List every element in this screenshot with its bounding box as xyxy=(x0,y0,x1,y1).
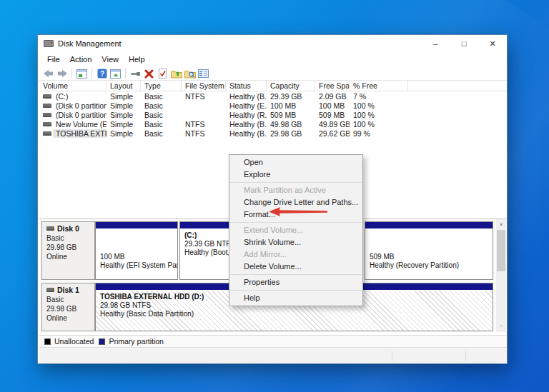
cell-layout: Simple xyxy=(107,120,141,129)
cell-free: 49.89 GB xyxy=(315,120,350,129)
help-icon[interactable]: ? xyxy=(96,68,108,79)
menu-item-explore[interactable]: Explore xyxy=(229,169,362,181)
forward-icon[interactable] xyxy=(56,68,68,79)
menu-help[interactable]: Help xyxy=(124,54,150,65)
pointer-tool-icon[interactable] xyxy=(129,68,142,79)
minimize-button[interactable]: – xyxy=(421,35,450,52)
cell-type: Basic xyxy=(141,129,182,138)
disk-size: 29.98 GB xyxy=(46,305,94,313)
menu-item-help[interactable]: Help xyxy=(229,292,362,304)
cell-layout: Simple xyxy=(107,111,141,119)
folder-search-icon[interactable] xyxy=(184,68,196,79)
table-row[interactable]: TOSHIBA EXTERN... Simple Basic NTFS Heal… xyxy=(39,129,507,138)
statusbar-divider xyxy=(392,351,392,361)
disk-icon xyxy=(46,288,54,292)
menu-bar: File Action View Help xyxy=(38,52,507,66)
delete-icon[interactable] xyxy=(143,68,155,79)
menu-item-delete-volume[interactable]: Delete Volume... xyxy=(229,261,362,273)
cell-pct: 100 % xyxy=(350,101,408,110)
disk-name: Disk 1 xyxy=(57,286,79,294)
cell-free: 29.62 GB xyxy=(315,129,350,138)
menu-item-properties[interactable]: Properties xyxy=(229,276,362,288)
volume-icon xyxy=(43,104,51,108)
cell-pct: 100 % xyxy=(350,120,408,129)
cell-pct: 7 % xyxy=(350,92,408,101)
cell-status: Healthy (B... xyxy=(226,120,267,129)
disk0-partition-recovery[interactable]: 509 MB Healthy (Recovery Partition) xyxy=(365,221,493,280)
partition-status: Healthy (Basic Data Partition) xyxy=(100,310,493,318)
vertical-scrollbar[interactable]: ˅ ˇ xyxy=(496,219,506,332)
disk0-label[interactable]: Disk 0 Basic 29.98 GB Online xyxy=(41,221,95,280)
disk-icon xyxy=(46,226,54,231)
volume-name: (Disk 0 partition 1) xyxy=(54,101,107,110)
details-view-icon[interactable] xyxy=(197,68,209,79)
table-row[interactable]: (Disk 0 partition 4) Simple Basic Health… xyxy=(39,110,507,119)
back-icon[interactable] xyxy=(42,68,54,79)
console-window-icon[interactable] xyxy=(76,68,88,79)
cell-status: Healthy (E... xyxy=(226,101,267,110)
volume-name: (C:) xyxy=(54,92,70,101)
scroll-down-icon[interactable]: ˇ xyxy=(496,322,506,332)
svg-text:?: ? xyxy=(99,70,104,78)
legend-label: Unallocated xyxy=(54,337,94,346)
menu-item-add-mirror: Add Mirror... xyxy=(229,248,362,261)
menu-separator xyxy=(230,222,362,223)
maximize-button[interactable]: □ xyxy=(450,35,478,52)
partition-header-bar xyxy=(96,222,177,229)
cell-fs: NTFS xyxy=(182,129,226,138)
col-status[interactable]: Status xyxy=(226,81,267,91)
toolbar-separator xyxy=(71,69,72,79)
disk-name: Disk 0 xyxy=(57,224,79,233)
disk1-label[interactable]: Disk 1 Basic 29.98 GB Online xyxy=(41,283,95,331)
col-type[interactable]: Type xyxy=(141,81,182,91)
cell-free: 2.09 GB xyxy=(315,92,350,101)
toolbar-separator xyxy=(92,69,92,79)
menu-action[interactable]: Action xyxy=(65,54,97,65)
cell-type: Basic xyxy=(141,120,182,129)
menu-separator xyxy=(230,290,362,291)
cell-capacity: 49.98 GB xyxy=(267,120,315,129)
col-volume[interactable]: Volume xyxy=(39,81,107,91)
volume-name: New Volume (E:) xyxy=(54,120,107,129)
disk-size: 29.98 GB xyxy=(46,243,94,251)
table-row[interactable]: New Volume (E:) Simple Basic NTFS Health… xyxy=(39,119,507,129)
action-pane-icon[interactable] xyxy=(109,68,122,79)
menu-file[interactable]: File xyxy=(42,54,65,65)
folder-up-icon[interactable] xyxy=(170,68,182,79)
volume-icon xyxy=(43,113,51,117)
cell-pct: 100 % xyxy=(350,111,408,119)
col-file-system[interactable]: File System xyxy=(182,81,226,91)
disk0-partition-efi[interactable]: 100 MB Healthy (EFI System Partit xyxy=(95,221,178,280)
cell-fs: NTFS xyxy=(182,120,226,129)
col-pct-free[interactable]: % Free xyxy=(350,81,408,91)
col-free-space[interactable]: Free Spa... xyxy=(315,81,350,91)
menu-item-shrink-volume[interactable]: Shrink Volume... xyxy=(229,236,362,248)
cell-layout: Simple xyxy=(107,101,141,110)
volume-icon xyxy=(43,94,51,99)
partition-size: 100 MB xyxy=(100,253,177,261)
volume-icon xyxy=(43,122,51,126)
primary-partition-swatch xyxy=(99,338,105,345)
menu-view[interactable]: View xyxy=(97,54,124,65)
disk-kind: Basic xyxy=(46,296,94,303)
statusbar-divider xyxy=(465,351,466,361)
cell-capacity: 29.98 GB xyxy=(267,129,315,138)
scrollbar-thumb[interactable] xyxy=(497,230,505,271)
col-capacity[interactable]: Capacity xyxy=(267,81,315,91)
cell-type: Basic xyxy=(141,111,182,119)
cell-free: 100 MB xyxy=(315,101,350,110)
table-row[interactable]: (Disk 0 partition 1) Simple Basic Health… xyxy=(39,101,507,110)
menu-item-open[interactable]: Open xyxy=(229,156,362,169)
close-button[interactable]: ✕ xyxy=(478,35,507,52)
menu-separator xyxy=(230,182,362,183)
legend-label: Primary partition xyxy=(109,337,163,346)
toolbar-separator xyxy=(125,69,126,79)
volume-list-header: Volume Layout Type File System Status Ca… xyxy=(39,80,507,91)
table-row[interactable]: (C:) Simple Basic NTFS Healthy (B... 29.… xyxy=(39,91,507,101)
scroll-up-icon[interactable]: ˅ xyxy=(496,219,506,229)
cell-capacity: 29.39 GB xyxy=(267,92,315,101)
col-layout[interactable]: Layout xyxy=(107,81,141,91)
menu-item-mark-partition-active: Mark Partition as Active xyxy=(229,184,362,196)
check-document-icon[interactable] xyxy=(157,68,169,79)
menu-separator xyxy=(230,274,362,275)
